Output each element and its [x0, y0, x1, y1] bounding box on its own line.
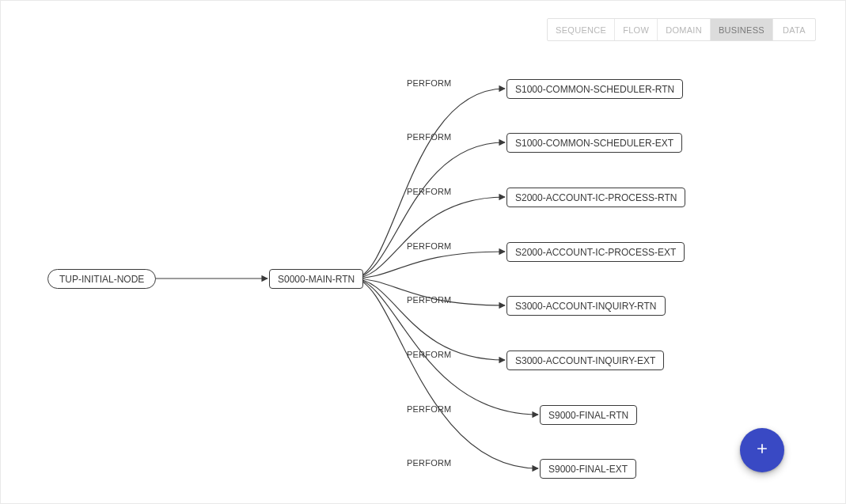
edge-label: PERFORM [407, 78, 451, 88]
node-s3000-rtn[interactable]: S3000-ACCOUNT-INQUIRY-RTN [506, 296, 666, 316]
plus-icon [754, 441, 770, 460]
diagram-canvas[interactable]: TUP-INITIAL-NODE S0000-MAIN-RTN S1000-CO… [0, 0, 846, 504]
edge-label: PERFORM [407, 241, 451, 251]
edge-label: PERFORM [407, 132, 451, 142]
edges-layer [0, 0, 846, 504]
node-root[interactable]: TUP-INITIAL-NODE [47, 269, 156, 289]
node-s1000-rtn[interactable]: S1000-COMMON-SCHEDULER-RTN [506, 79, 683, 99]
node-main[interactable]: S0000-MAIN-RTN [269, 269, 363, 289]
edge-label: PERFORM [407, 350, 451, 359]
add-button[interactable] [740, 428, 784, 472]
edge-label: PERFORM [407, 295, 451, 305]
node-s9000-rtn[interactable]: S9000-FINAL-RTN [540, 405, 637, 425]
node-s9000-ext[interactable]: S9000-FINAL-EXT [540, 459, 636, 479]
node-s1000-ext[interactable]: S1000-COMMON-SCHEDULER-EXT [506, 133, 682, 153]
node-s2000-rtn[interactable]: S2000-ACCOUNT-IC-PROCESS-RTN [506, 188, 685, 207]
edge-label: PERFORM [407, 458, 451, 468]
edge-label: PERFORM [407, 404, 451, 414]
node-s2000-ext[interactable]: S2000-ACCOUNT-IC-PROCESS-EXT [506, 242, 685, 262]
edge-label: PERFORM [407, 187, 451, 196]
node-s3000-ext[interactable]: S3000-ACCOUNT-INQUIRY-EXT [506, 351, 664, 370]
